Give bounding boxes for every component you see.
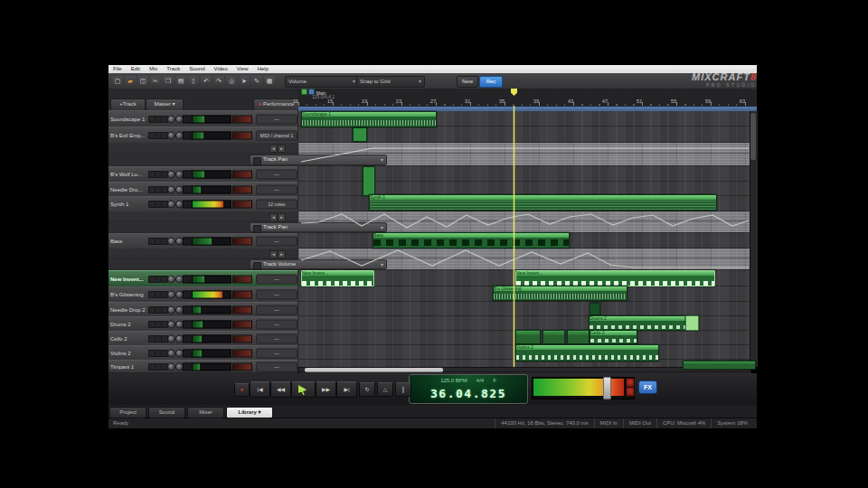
volume-knob[interactable] <box>167 291 175 299</box>
automation-param-dropdown[interactable]: Track Pan▾ <box>250 155 387 165</box>
volume-knob[interactable] <box>167 201 175 209</box>
track-header[interactable]: Timpani 1— <box>108 360 297 373</box>
track-header[interactable]: Synth 112 notes <box>108 196 297 212</box>
volume-knob[interactable] <box>167 275 175 283</box>
rec-button[interactable]: Rec <box>479 76 503 88</box>
menu-help[interactable]: Help <box>253 65 273 73</box>
track-header[interactable]: Drums 2— <box>108 316 297 332</box>
save-icon[interactable]: ◫ <box>137 76 148 86</box>
piano-icon[interactable]: ▦ <box>264 76 275 86</box>
track-output-box[interactable]: — <box>256 348 297 358</box>
open-folder-icon[interactable]: ▰ <box>125 76 136 86</box>
audio-clip[interactable]: Soundscape 1 <box>301 111 437 127</box>
volume-knob[interactable] <box>167 131 175 139</box>
go-to-end-button[interactable]: ▶| <box>336 381 357 398</box>
track-output-box[interactable]: — <box>256 170 297 180</box>
copy-icon[interactable]: ❐ <box>163 76 174 86</box>
track-output-box[interactable]: 12 notes <box>256 200 297 210</box>
automation-type-dropdown[interactable]: Volume▾ <box>285 76 359 88</box>
rewind-button[interactable]: ◀◀ <box>270 381 291 398</box>
go-to-start-button[interactable]: |◀ <box>250 381 270 398</box>
tab-sound[interactable]: Sound <box>148 407 185 418</box>
tab-project[interactable]: Project <box>109 407 146 418</box>
audio-clip[interactable]: Cello 2 <box>590 330 637 344</box>
audio-clip[interactable] <box>685 315 699 331</box>
track-header[interactable]: Needle Dro...— <box>108 182 297 197</box>
prev-lane-button[interactable]: ◂ <box>269 145 278 153</box>
track-header[interactable]: Violins 2— <box>108 345 297 361</box>
next-lane-button[interactable]: ▸ <box>278 250 286 258</box>
volume-knob[interactable] <box>167 320 175 328</box>
audio-clip[interactable] <box>567 330 590 344</box>
track-header[interactable]: B's Evil Emp...MIDI / channel 1 <box>108 127 297 144</box>
track-header[interactable]: New Invent...— <box>108 270 297 287</box>
track-header[interactable]: Bass— <box>108 233 297 249</box>
record-button[interactable]: ● <box>234 383 250 397</box>
track-header[interactable]: Cello 2— <box>108 331 297 346</box>
prev-lane-button[interactable]: ◂ <box>269 250 278 258</box>
audio-clip[interactable] <box>542 330 565 344</box>
automation-param-dropdown[interactable]: Track Pan▾ <box>250 222 387 232</box>
track-output-box[interactable]: — <box>256 333 297 343</box>
volume-knob[interactable] <box>167 334 175 343</box>
delete-icon[interactable]: ▯ <box>188 76 199 86</box>
audio-clip[interactable] <box>363 166 375 196</box>
track-output-box[interactable]: — <box>256 237 297 247</box>
paste-icon[interactable]: ▤ <box>175 76 186 86</box>
tab-mixer[interactable]: Mixer <box>187 407 224 418</box>
menu-file[interactable]: File <box>108 65 127 73</box>
track-header[interactable]: Soundscape 1— <box>108 110 297 127</box>
punch-button[interactable]: ║ <box>395 382 411 397</box>
metronome-button[interactable]: △ <box>377 382 393 397</box>
pencil-icon[interactable]: ✎ <box>251 76 262 86</box>
zoom-icon[interactable]: ◎ <box>226 76 237 86</box>
master-fx-button[interactable]: FX <box>638 380 657 394</box>
menu-view[interactable]: View <box>232 65 253 73</box>
fast-forward-button[interactable]: ▶▶ <box>316 381 336 398</box>
volume-knob[interactable] <box>167 115 175 123</box>
track-output-box[interactable]: — <box>256 114 297 124</box>
audio-clip[interactable] <box>353 127 367 142</box>
add-track-button[interactable]: +Track <box>110 99 146 111</box>
pointer-icon[interactable]: ➤ <box>239 76 250 86</box>
playhead-line[interactable] <box>514 106 514 367</box>
prev-lane-button[interactable]: ◂ <box>269 213 278 221</box>
audio-clip[interactable] <box>515 330 541 344</box>
undo-icon[interactable]: ↶ <box>201 76 212 86</box>
redo-icon[interactable]: ↷ <box>213 76 224 86</box>
volume-knob[interactable] <box>167 349 175 357</box>
menu-edit[interactable]: Edit <box>127 65 145 73</box>
track-header[interactable]: Needle Drop 2— <box>108 302 297 317</box>
next-lane-button[interactable]: ▸ <box>278 145 286 153</box>
loop-button[interactable]: ↻ <box>359 382 375 397</box>
track-header[interactable]: B's Glistening— <box>108 286 297 303</box>
lock-icon[interactable] <box>253 157 261 165</box>
track-output-box[interactable]: — <box>256 319 297 329</box>
next-lane-button[interactable]: ▸ <box>278 213 286 221</box>
menu-track[interactable]: Track <box>162 65 184 73</box>
automation-param-dropdown[interactable]: Track Volume▾ <box>250 259 387 269</box>
volume-knob[interactable] <box>167 238 175 246</box>
new-file-icon[interactable]: ▢ <box>112 76 123 86</box>
master-volume-slider[interactable] <box>603 377 611 399</box>
vertical-scrollbar-thumb[interactable] <box>750 113 756 160</box>
track-output-box[interactable]: — <box>256 290 297 300</box>
audio-clip[interactable] <box>683 361 756 370</box>
audio-clip[interactable]: Bass <box>373 232 570 249</box>
tab-library[interactable]: Library ▾ <box>226 407 273 418</box>
new-button[interactable]: New <box>457 76 478 88</box>
track-output-box[interactable]: — <box>256 274 297 284</box>
audio-clip[interactable] <box>590 303 600 315</box>
audio-clip[interactable]: New Invent... <box>515 270 715 286</box>
audio-clip[interactable]: New Invent... <box>301 270 374 286</box>
clip-led-right[interactable] <box>626 387 635 397</box>
volume-knob[interactable] <box>167 362 175 371</box>
snap-dropdown[interactable]: Snap to Grid▾ <box>356 76 425 88</box>
menu-sound[interactable]: Sound <box>184 65 209 73</box>
track-output-box[interactable]: — <box>256 361 297 371</box>
audio-clip[interactable]: Violins 2 <box>515 344 659 361</box>
track-header[interactable]: B's Wolf Lo...— <box>108 166 297 183</box>
volume-knob[interactable] <box>167 185 175 193</box>
audio-clip[interactable]: Drums 2 <box>589 315 687 331</box>
volume-knob[interactable] <box>167 171 175 179</box>
